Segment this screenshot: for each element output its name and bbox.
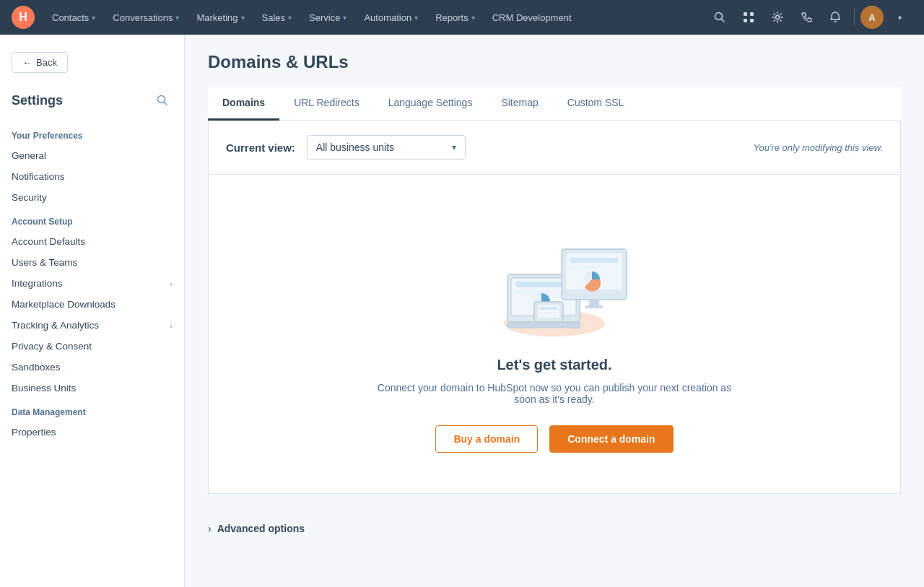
- content-panel: Current view: All business units ▾ You'r…: [208, 121, 901, 494]
- illustration: [475, 209, 634, 339]
- chevron-icon: ▾: [471, 14, 475, 22]
- tab-sitemap[interactable]: Sitemap: [487, 87, 552, 121]
- sidebar-item-business-units[interactable]: Business Units: [0, 378, 184, 399]
- tab-domains[interactable]: Domains: [208, 87, 279, 121]
- select-chevron-icon: ▾: [452, 142, 456, 152]
- search-button[interactable]: [707, 4, 733, 30]
- nav-service[interactable]: Service ▾: [300, 0, 355, 35]
- svg-rect-3: [750, 12, 754, 16]
- chevron-right-icon: ›: [170, 321, 173, 330]
- sidebar-search-button[interactable]: [152, 90, 173, 110]
- nav-reports[interactable]: Reports ▾: [427, 0, 484, 35]
- view-select-text: All business units: [316, 142, 394, 153]
- notifications-button[interactable]: [822, 4, 848, 30]
- svg-rect-13: [515, 290, 552, 295]
- section-data-management-header: Data Management: [0, 399, 184, 422]
- svg-rect-21: [589, 300, 599, 305]
- chevron-icon: ▾: [175, 14, 179, 22]
- marketplace-button[interactable]: [736, 4, 762, 30]
- svg-point-6: [776, 16, 780, 19]
- empty-state: Let's get started. Connect your domain t…: [209, 175, 900, 493]
- sidebar-item-security[interactable]: Security: [0, 187, 184, 208]
- section-your-preferences-header: Your Preferences: [0, 122, 184, 145]
- chevron-icon: ▾: [241, 14, 245, 22]
- business-units-select[interactable]: All business units ▾: [307, 135, 466, 160]
- tab-url-redirects[interactable]: URL Redirects: [279, 87, 374, 121]
- svg-rect-15: [507, 322, 580, 328]
- buy-domain-button[interactable]: Buy a domain: [435, 425, 538, 453]
- section-account-setup-header: Account Setup: [0, 208, 184, 231]
- svg-rect-24: [538, 305, 559, 318]
- sidebar-item-account-defaults[interactable]: Account Defaults: [0, 231, 184, 252]
- page-title: Domains & URLs: [208, 52, 901, 72]
- chevron-right-icon: ›: [170, 279, 173, 288]
- current-view-label: Current view:: [226, 142, 295, 154]
- svg-rect-25: [540, 307, 557, 310]
- nav-contacts[interactable]: Contacts ▾: [43, 0, 104, 35]
- svg-rect-2: [744, 12, 747, 16]
- chevron-icon: ▾: [343, 14, 346, 22]
- svg-rect-4: [744, 19, 747, 22]
- connect-domain-button[interactable]: Connect a domain: [549, 425, 673, 453]
- phone-button[interactable]: [793, 4, 819, 30]
- sidebar-item-privacy[interactable]: Privacy & Consent: [0, 336, 184, 357]
- empty-state-description: Connect your domain to HubSpot now so yo…: [374, 382, 735, 405]
- top-nav: H Contacts ▾ Conversations ▾ Marketing ▾…: [0, 0, 924, 35]
- sidebar-item-notifications[interactable]: Notifications: [0, 166, 184, 187]
- svg-rect-22: [585, 305, 603, 308]
- tab-custom-ssl[interactable]: Custom SSL: [553, 87, 639, 121]
- sidebar: ← Back Settings Your Preferences General…: [0, 35, 185, 587]
- back-arrow-icon: ←: [22, 57, 32, 68]
- advanced-options[interactable]: › Advanced options: [208, 511, 901, 546]
- nav-marketing[interactable]: Marketing ▾: [188, 0, 253, 35]
- sidebar-item-marketplace[interactable]: Marketplace Downloads: [0, 294, 184, 315]
- svg-rect-18: [570, 258, 618, 263]
- sidebar-item-users-teams[interactable]: Users & Teams: [0, 252, 184, 273]
- nav-divider: [854, 9, 855, 26]
- sidebar-item-properties[interactable]: Properties: [0, 422, 184, 443]
- tab-language-settings[interactable]: Language Settings: [374, 87, 487, 121]
- nav-items: Contacts ▾ Conversations ▾ Marketing ▾ S…: [43, 0, 707, 35]
- current-view-bar: Current view: All business units ▾ You'r…: [209, 121, 900, 175]
- svg-line-1: [722, 19, 725, 22]
- empty-state-title: Let's get started.: [497, 357, 611, 373]
- hubspot-logo[interactable]: H: [12, 6, 35, 29]
- chevron-icon: ▾: [92, 14, 95, 22]
- svg-rect-19: [570, 266, 599, 269]
- avatar[interactable]: A: [860, 6, 884, 29]
- nav-sales[interactable]: Sales ▾: [253, 0, 301, 35]
- sidebar-item-tracking[interactable]: Tracking & Analytics ›: [0, 315, 184, 336]
- sidebar-item-sandboxes[interactable]: Sandboxes: [0, 357, 184, 378]
- sidebar-title: Settings: [12, 93, 63, 108]
- sidebar-item-integrations[interactable]: Integrations ›: [0, 273, 184, 294]
- sidebar-header: Settings: [0, 84, 184, 122]
- svg-line-8: [165, 103, 167, 105]
- nav-right: A ▾: [707, 4, 912, 30]
- nav-conversations[interactable]: Conversations ▾: [104, 0, 188, 35]
- nav-crm[interactable]: CRM Development: [484, 0, 580, 35]
- cta-buttons: Buy a domain Connect a domain: [435, 425, 673, 453]
- sidebar-back: ← Back: [0, 46, 184, 84]
- sidebar-item-general[interactable]: General: [0, 145, 184, 166]
- svg-rect-26: [540, 312, 552, 314]
- chevron-icon: ▾: [414, 14, 418, 22]
- modifying-note: You're only modifying this view.: [753, 142, 883, 153]
- chevron-icon: ▾: [288, 14, 292, 22]
- main-content: Domains & URLs Domains URL Redirects Lan…: [185, 35, 924, 587]
- layout: ← Back Settings Your Preferences General…: [0, 35, 924, 587]
- nav-automation[interactable]: Automation ▾: [355, 0, 427, 35]
- back-button[interactable]: ← Back: [12, 52, 68, 73]
- tabs-bar: Domains URL Redirects Language Settings …: [208, 87, 901, 121]
- svg-rect-5: [750, 19, 754, 22]
- advanced-options-chevron-icon: ›: [208, 523, 212, 534]
- settings-button[interactable]: [764, 4, 790, 30]
- account-chevron-icon[interactable]: ▾: [886, 4, 912, 30]
